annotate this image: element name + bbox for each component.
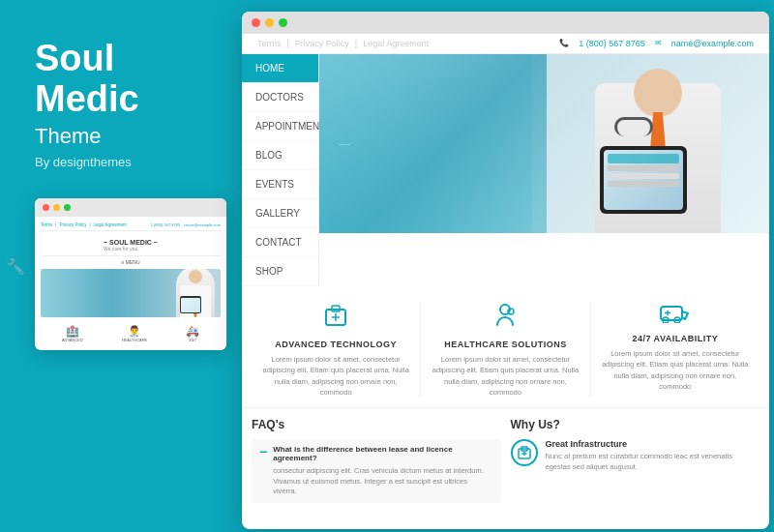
- nav-item-events[interactable]: EVENTS: [242, 170, 318, 199]
- topbar-terms[interactable]: Terms: [257, 39, 282, 48]
- mini-features: 🏥 ADVANCED 👨‍⚕️ HEALTHCARE 🚑 24/7: [41, 321, 221, 344]
- app-by: By designthemes: [35, 155, 211, 169]
- browser-bar: [242, 12, 769, 34]
- why-item: Great Infrastructure Nunc at pretium est…: [511, 439, 760, 472]
- main-browser: Terms | Privacy Policy | Legal Agreement…: [242, 12, 769, 529]
- hero-area: [319, 54, 769, 233]
- feature-item-3: 24/7 AVAILABILITY Lorem ipsum dolor sit …: [591, 302, 759, 398]
- bottom-section: FAQ's − What is the difference between l…: [242, 408, 769, 513]
- feature-2-text: Lorem ipsum dolor sit amet, consectetur …: [429, 354, 581, 398]
- nav-item-gallery[interactable]: GALLERY: [242, 199, 318, 228]
- feature-3-text: Lorem ipsum dolor sit amet, consectetur …: [599, 348, 752, 392]
- why-content: Great Infrastructure Nunc at pretium est…: [546, 439, 760, 472]
- feature-3-title: 24/7 AVAILABILITY: [599, 334, 752, 343]
- content-area: HOME DOCTORS APPOINTMENTS BLOG EVENTS GA…: [242, 54, 769, 286]
- feature-2-icon: [429, 302, 581, 335]
- faq-question: What is the difference between lease and…: [273, 445, 492, 462]
- mini-feature-3-title: 24/7: [186, 338, 199, 342]
- mini-browser: Terms | Privacy Policy | Legal Agreement…: [35, 198, 226, 350]
- mini-feature-2-icon: 👨‍⚕️: [122, 325, 148, 338]
- feature-1-icon: [259, 302, 412, 335]
- mini-legal: Legal Agreement: [94, 222, 127, 227]
- mini-email: name@example.com: [184, 222, 221, 227]
- app-title: Soul Medic: [35, 39, 211, 120]
- nav-item-appointments[interactable]: APPOINTMENTS: [242, 112, 318, 141]
- mini-browser-content: Terms | Privacy Policy | Legal Agreement…: [35, 217, 226, 350]
- app-subtitle: Theme: [35, 124, 211, 149]
- mini-feature-2: 👨‍⚕️ HEALTHCARE: [122, 325, 148, 342]
- nav-item-blog[interactable]: BLOG: [242, 141, 318, 170]
- mini-hero: [41, 269, 221, 317]
- browser-dot-red[interactable]: [252, 18, 260, 27]
- feature-item-1: ADVANCED TECHNOLOGY Lorem ipsum dolor si…: [252, 302, 421, 398]
- mini-hero-image: [41, 269, 221, 317]
- nav-item-doctors[interactable]: DOCTORS: [242, 83, 318, 112]
- mini-topbar-links: Terms | Privacy Policy | Legal Agreement: [41, 222, 127, 227]
- mini-logo-text: ~ SOUL MEDIC ~: [104, 239, 158, 246]
- mini-browser-bar: [35, 198, 226, 217]
- mini-menu: ≡ MENU: [41, 259, 221, 265]
- faqs-title: FAQ's: [252, 418, 501, 431]
- nav-item-shop[interactable]: SHOP: [242, 257, 318, 286]
- faqs-col: FAQ's − What is the difference between l…: [252, 418, 501, 503]
- feature-item-2: HEALTHCARE SOLUTIONS Lorem ipsum dolor s…: [421, 302, 590, 398]
- mini-dot-yellow: [53, 204, 60, 211]
- faq-answer: consectur adipiscing elit. Cras vehicula…: [273, 466, 492, 497]
- feature-1-text: Lorem ipsum dolor sit amet, consectetur …: [259, 354, 412, 398]
- topbar-email: name@example.com: [671, 39, 754, 48]
- mini-feature-2-title: HEALTHCARE: [122, 338, 148, 342]
- wrench-icon: 🔧: [6, 257, 25, 276]
- why-col: Why Us? Great Infrastructure Nunc at pre…: [511, 418, 760, 503]
- mini-feature-3: 🚑 24/7: [186, 325, 199, 342]
- features-section: ADVANCED TECHNOLOGY Lorem ipsum dolor si…: [242, 286, 769, 408]
- nav-item-home[interactable]: HOME: [242, 54, 318, 83]
- mini-privacy: Privacy Policy: [59, 222, 86, 227]
- faq-minus-icon: −: [259, 445, 267, 458]
- site-topbar: Terms | Privacy Policy | Legal Agreement…: [242, 34, 769, 54]
- left-panel: Soul Medic Theme By designthemes Terms |…: [0, 0, 240, 532]
- mini-topbar: Terms | Privacy Policy | Legal Agreement…: [41, 222, 221, 231]
- browser-inner: Terms | Privacy Policy | Legal Agreement…: [242, 34, 769, 522]
- why-item-text: Nunc at pretium est curabitur commodo le…: [546, 452, 760, 472]
- why-title: Why Us?: [511, 418, 760, 431]
- mini-terms: Terms: [41, 222, 52, 227]
- feature-1-title: ADVANCED TECHNOLOGY: [259, 340, 412, 349]
- site-topbar-links: Terms | Privacy Policy | Legal Agreement: [257, 39, 429, 48]
- browser-dot-green[interactable]: [279, 18, 287, 27]
- site-topbar-contact: 📞 1 (800) 567 8765 ✉ name@example.com: [559, 39, 754, 48]
- why-item-title: Great Infrastructure: [546, 439, 760, 449]
- feature-2-title: HEALTHCARE SOLUTIONS: [429, 340, 581, 349]
- nav-item-contact[interactable]: CONTACT: [242, 228, 318, 257]
- nav-sidebar: HOME DOCTORS APPOINTMENTS BLOG EVENTS GA…: [242, 54, 319, 286]
- topbar-legal[interactable]: Legal Agreement: [363, 39, 429, 48]
- mini-phone: 1 (800) 567 8765: [151, 222, 180, 227]
- feature-3-icon: [599, 302, 752, 329]
- why-icon: [511, 439, 538, 466]
- mini-logo-sub: We care for you: [104, 246, 158, 251]
- mini-feature-1-icon: 🏥: [62, 325, 83, 338]
- mini-dot-red: [43, 204, 49, 211]
- mini-dot-green: [64, 204, 71, 211]
- mini-feature-1-title: ADVANCED: [62, 338, 83, 342]
- faq-content: What is the difference between lease and…: [273, 445, 492, 497]
- topbar-phone: 1 (800) 567 8765: [579, 39, 645, 48]
- hero-doctor: [547, 54, 769, 233]
- mini-feature-1: 🏥 ADVANCED: [62, 325, 83, 342]
- mini-topbar-contact: 1 (800) 567 8765 name@example.com: [151, 222, 221, 227]
- topbar-email-icon: ✉: [655, 39, 662, 48]
- mini-feature-3-icon: 🚑: [186, 325, 199, 338]
- topbar-privacy[interactable]: Privacy Policy: [295, 39, 349, 48]
- faq-item: − What is the difference between lease a…: [252, 439, 501, 503]
- browser-dot-yellow[interactable]: [265, 18, 274, 27]
- mini-logo-row: ~ SOUL MEDIC ~ We care for you: [41, 235, 221, 256]
- topbar-phone-icon: 📞: [559, 39, 569, 48]
